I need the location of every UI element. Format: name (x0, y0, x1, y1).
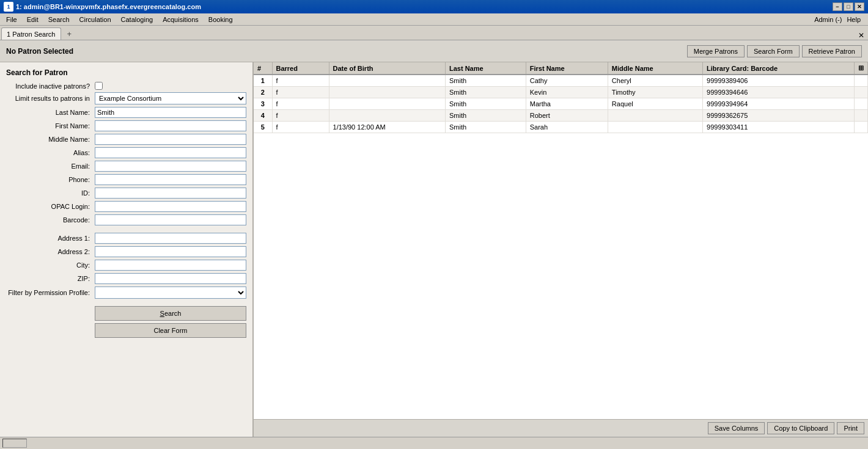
cell-num: 2 (254, 87, 272, 98)
retrieve-patron-button[interactable]: Retrieve Patron (802, 45, 862, 57)
results-table: # Barred Date of Birth Last Name First N… (254, 62, 868, 133)
window-controls[interactable]: − □ ✕ (833, 2, 864, 11)
clear-form-button[interactable]: Clear Form (95, 323, 246, 338)
tab-bar: 1 Patron Search + ✕ (0, 26, 868, 40)
cell-expand (855, 122, 868, 133)
col-header-barred[interactable]: Barred (272, 62, 329, 75)
zip-row: ZIP: (6, 273, 246, 284)
phone-row: Phone: (6, 174, 246, 185)
menu-booking[interactable]: Booking (204, 15, 238, 24)
address2-label: Address 2: (6, 248, 95, 255)
cell-expand (855, 87, 868, 98)
copy-clipboard-button[interactable]: Copy to Clipboard (767, 422, 834, 434)
phone-input[interactable] (95, 174, 246, 185)
cell-library-card: 99999389406 (703, 75, 855, 87)
address2-input[interactable] (95, 246, 246, 257)
status-bar (0, 437, 868, 449)
cell-dob (329, 110, 445, 122)
alias-input[interactable] (95, 147, 246, 158)
cell-dob (329, 87, 445, 98)
cell-num: 5 (254, 122, 272, 133)
app-icon: 1 (4, 2, 13, 12)
table-row[interactable]: 1 f Smith Cathy Cheryl 99999389406 (254, 75, 868, 87)
status-segment-1 (2, 439, 27, 448)
col-header-library-card[interactable]: Library Card: Barcode (703, 62, 855, 75)
cell-middle-name (608, 122, 702, 133)
menu-search[interactable]: Search (43, 15, 75, 24)
cell-last-name: Smith (446, 98, 526, 110)
cell-expand (855, 110, 868, 122)
col-header-num[interactable]: # (254, 62, 272, 75)
search-form-button[interactable]: Search Form (747, 45, 800, 57)
cell-barred: f (272, 110, 329, 122)
middle-name-row: Middle Name: (6, 134, 246, 145)
menu-acquisitions[interactable]: Acquisitions (158, 15, 204, 24)
alias-row: Alias: (6, 147, 246, 158)
results-tbody: 1 f Smith Cathy Cheryl 99999389406 2 f S… (254, 75, 868, 133)
cell-middle-name: Timothy (608, 87, 702, 98)
menu-cataloging[interactable]: Cataloging (116, 15, 158, 24)
opac-login-input[interactable] (95, 201, 246, 212)
col-header-first-name[interactable]: First Name (526, 62, 608, 75)
close-button[interactable]: ✕ (855, 2, 864, 11)
table-header-row: # Barred Date of Birth Last Name First N… (254, 62, 868, 75)
zip-label: ZIP: (6, 275, 95, 282)
cell-first-name: Kevin (526, 87, 608, 98)
results-footer: Save Columns Copy to Clipboard Print (254, 419, 868, 437)
tab-close-button[interactable]: ✕ (858, 31, 867, 40)
first-name-row: First Name: (6, 120, 246, 131)
last-name-input[interactable] (95, 107, 246, 118)
col-header-middle-name[interactable]: Middle Name (608, 62, 702, 75)
maximize-button[interactable]: □ (844, 2, 853, 11)
col-header-dob[interactable]: Date of Birth (329, 62, 445, 75)
menu-edit[interactable]: Edit (22, 15, 43, 24)
opac-login-row: OPAC Login: (6, 201, 246, 212)
cell-last-name: Smith (446, 110, 526, 122)
cell-num: 3 (254, 98, 272, 110)
search-button[interactable]: Search (95, 306, 246, 321)
table-row[interactable]: 2 f Smith Kevin Timothy 99999394646 (254, 87, 868, 98)
barcode-row: Barcode: (6, 214, 246, 225)
header-buttons: Merge Patrons Search Form Retrieve Patro… (687, 45, 862, 57)
address2-row: Address 2: (6, 246, 246, 257)
city-input[interactable] (95, 260, 246, 271)
barcode-input[interactable] (95, 214, 246, 225)
merge-patrons-button[interactable]: Merge Patrons (687, 45, 745, 57)
address1-input[interactable] (95, 233, 246, 244)
limit-results-select[interactable]: Example Consortium (95, 92, 246, 104)
search-panel: Search for Patron Include inactive patro… (0, 62, 254, 437)
cell-barred: f (272, 87, 329, 98)
email-input[interactable] (95, 161, 246, 172)
menu-circulation[interactable]: Circulation (75, 15, 116, 24)
phone-label: Phone: (6, 176, 95, 183)
opac-login-label: OPAC Login: (6, 203, 95, 210)
cell-dob: 1/13/90 12:00 AM (329, 122, 445, 133)
tab-patron-search[interactable]: 1 Patron Search (1, 27, 61, 40)
help-label[interactable]: Help (847, 16, 861, 23)
table-row[interactable]: 4 f Smith Robert 99999362675 (254, 110, 868, 122)
admin-area: Admin (-) Help (814, 16, 867, 23)
minimize-button[interactable]: − (833, 2, 842, 11)
col-header-expand[interactable]: ⊞ (855, 62, 868, 75)
id-input[interactable] (95, 188, 246, 199)
results-panel: # Barred Date of Birth Last Name First N… (254, 62, 868, 437)
filter-select[interactable] (95, 287, 246, 299)
print-button[interactable]: Print (837, 422, 864, 434)
city-row: City: (6, 260, 246, 271)
table-row[interactable]: 5 f 1/13/90 12:00 AM Smith Sarah 9999930… (254, 122, 868, 133)
zip-input[interactable] (95, 273, 246, 284)
save-columns-button[interactable]: Save Columns (708, 422, 765, 434)
content-area: Search for Patron Include inactive patro… (0, 62, 868, 437)
cell-library-card: 99999394646 (703, 87, 855, 98)
last-name-label: Last Name: (6, 109, 95, 116)
tab-add-button[interactable]: + (64, 27, 76, 40)
middle-name-input[interactable] (95, 134, 246, 145)
first-name-input[interactable] (95, 120, 246, 131)
filter-row: Filter by Permission Profile: (6, 287, 246, 299)
table-row[interactable]: 3 f Smith Martha Raquel 99999394964 (254, 98, 868, 110)
include-inactive-checkbox[interactable] (95, 82, 103, 90)
menu-file[interactable]: File (1, 15, 22, 24)
col-header-last-name[interactable]: Last Name (446, 62, 526, 75)
admin-label[interactable]: Admin (-) (814, 16, 842, 23)
limit-results-row: Limit results to patrons in Example Cons… (6, 92, 246, 104)
